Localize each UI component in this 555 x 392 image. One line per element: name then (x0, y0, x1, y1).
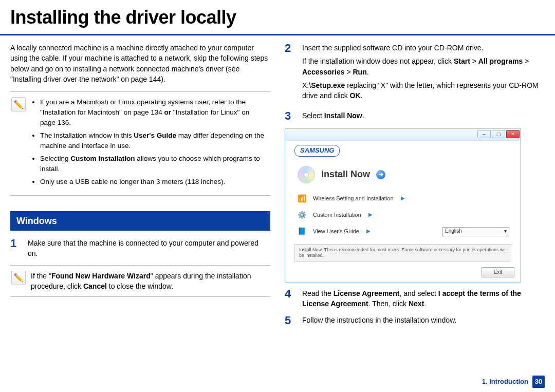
page-number: 30 (532, 376, 545, 388)
book-icon: 📘 (297, 227, 307, 237)
note-item: Only use a USB cable no longer than 3 me… (40, 177, 266, 187)
install-now-row[interactable]: Install Now ➔ (294, 164, 511, 191)
step-number: 2 (285, 43, 295, 54)
wireless-icon: 📶 (297, 194, 307, 204)
note-text: If the "Found New Hardware Wizard" appea… (31, 271, 266, 292)
install-now-label: Install Now (321, 167, 370, 181)
note-icon: ✏️ (11, 271, 26, 285)
note-item: The installation window in this User's G… (40, 130, 266, 151)
cd-icon (298, 166, 315, 183)
minimize-button[interactable]: ─ (477, 130, 491, 138)
arrow-circle-icon: ➔ (376, 170, 385, 179)
installer-dialog: ─ ▢ ✕ SAMSUNG Install Now ➔ 📶 Wireless S… (285, 128, 521, 283)
language-select[interactable]: English ▾ (442, 227, 509, 236)
step-number: 4 (285, 288, 295, 300)
step-body: Insert the supplied software CD into you… (302, 43, 545, 104)
note-box-2: ✏️ If the "Found New Hardware Wizard" ap… (10, 265, 270, 297)
chevron-down-icon: ▾ (504, 228, 507, 235)
note-item: If you are a Macintosh or Linux operatin… (40, 97, 266, 127)
note-icon: ✏️ (11, 97, 26, 111)
chapter-label: 1. Introduction (482, 377, 528, 387)
custom-label: Custom Installation (313, 211, 361, 219)
step-4: 4 Read the License Agreement, and select… (285, 288, 545, 309)
gears-icon: ⚙️ (297, 210, 307, 220)
title-rule (0, 34, 555, 35)
dialog-footer: Exit (285, 267, 521, 283)
chevron-right-icon: ▶ (401, 195, 405, 202)
left-column: A locally connected machine is a machine… (10, 43, 270, 332)
note-item: Selecting Custom Installation allows you… (40, 154, 266, 174)
chevron-right-icon: ▶ (366, 228, 371, 235)
step-number: 5 (285, 315, 295, 326)
step-body: Read the License Agreement, and select I… (302, 288, 545, 309)
step-3: 3 Select Install Now. (285, 110, 545, 122)
step-5: 5 Follow the instructions in the install… (285, 315, 545, 326)
step-body: Make sure that the machine is connected … (28, 238, 270, 259)
guide-row[interactable]: 📘 View User's Guide ▶ English ▾ (294, 223, 511, 240)
step-number: 3 (285, 110, 295, 122)
maximize-button[interactable]: ▢ (492, 130, 505, 138)
intro-paragraph: A locally connected machine is a machine… (10, 43, 270, 84)
right-column: 2 Insert the supplied software CD into y… (285, 43, 545, 332)
step-number: 1 (10, 238, 21, 249)
page-footer: 1. Introduction 30 (482, 376, 545, 388)
wireless-row[interactable]: 📶 Wireless Setting and Installation ▶ (294, 191, 511, 207)
dialog-body: SAMSUNG Install Now ➔ 📶 Wireless Setting… (285, 141, 521, 262)
dialog-info-text: Install Now: This is recommended for mos… (294, 244, 511, 262)
step-body: Follow the instructions in the installat… (302, 315, 545, 325)
close-button[interactable]: ✕ (506, 130, 520, 138)
wireless-label: Wireless Setting and Installation (313, 195, 394, 203)
step-1: 1 Make sure that the machine is connecte… (10, 238, 270, 259)
step-2: 2 Insert the supplied software CD into y… (285, 43, 545, 104)
chevron-right-icon: ▶ (368, 211, 373, 219)
page-title: Installing the driver locally (0, 0, 555, 34)
samsung-logo: SAMSUNG (294, 145, 340, 157)
dialog-titlebar: ─ ▢ ✕ (285, 128, 521, 141)
note-list: If you are a Macintosh or Linux operatin… (31, 97, 266, 187)
language-value: English (445, 228, 462, 235)
windows-subheader: Windows (10, 211, 270, 231)
exit-button[interactable]: Exit (482, 267, 514, 277)
step-body: Select Install Now. (302, 110, 545, 121)
custom-row[interactable]: ⚙️ Custom Installation ▶ (294, 207, 511, 223)
guide-label: View User's Guide (313, 228, 359, 236)
note-box-1: ✏️ If you are a Macintosh or Linux opera… (10, 91, 270, 196)
content-columns: A locally connected machine is a machine… (0, 43, 555, 332)
